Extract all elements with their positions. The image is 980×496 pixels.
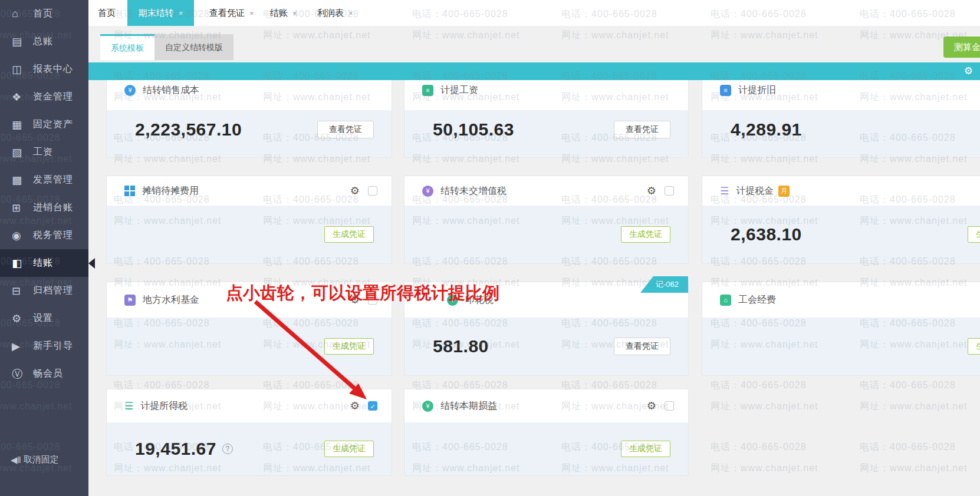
generate-voucher-button[interactable]: 生成凭证: [968, 338, 980, 355]
help-icon[interactable]: ?: [222, 444, 233, 454]
close-icon[interactable]: ×: [249, 9, 254, 18]
card-amount: 50,105.63: [433, 120, 514, 140]
building-icon: ▦: [12, 118, 27, 131]
sidebar-item-tax[interactable]: ◉税务管理: [0, 221, 88, 249]
tab-closing[interactable]: 结账×: [270, 0, 297, 26]
generate-voucher-button[interactable]: 生成凭证: [324, 226, 374, 243]
card-carry-forward-sales-cost: ¥结转销售成本 2,223,567.10查看凭证: [106, 70, 392, 158]
gear-icon[interactable]: ⚙: [350, 295, 360, 305]
income-tax-gear-icon[interactable]: ⚙: [350, 401, 360, 411]
sidebar-item-salary[interactable]: ▧工资: [0, 138, 88, 166]
settings-gear-icon[interactable]: ⚙: [964, 65, 973, 77]
close-icon[interactable]: ×: [348, 9, 353, 18]
checkbox-unchecked[interactable]: [665, 401, 674, 411]
depreciation-icon: ≡: [720, 85, 731, 96]
checkbox-unchecked[interactable]: [665, 186, 674, 196]
register-icon: ⊞: [12, 201, 27, 214]
card-union-fund: ⌂ 工会经费 生成凭证: [702, 282, 980, 376]
tab-home[interactable]: 首页: [98, 0, 116, 26]
subtab-custom-template[interactable]: 自定义结转模版: [154, 34, 234, 60]
member-icon: Ⓥ: [12, 367, 27, 381]
sidebar-item-label: 进销台账: [33, 201, 73, 214]
gear-icon[interactable]: ⚙: [350, 186, 360, 196]
sidebar-item-label: 畅会员: [33, 368, 63, 380]
sidebar-item-report-center[interactable]: ◫报表中心: [0, 55, 88, 83]
card-stamp-tax: 记-062 ¥ 印花税 581.80查看凭证: [404, 282, 689, 376]
moneybag-icon: ❖: [12, 91, 27, 104]
generate-voucher-button[interactable]: 生成凭证: [968, 226, 980, 243]
salary-icon: ▧: [12, 146, 27, 159]
sidebar-item-guide[interactable]: ▶新手引导: [0, 332, 88, 360]
voucher-number-ribbon[interactable]: 记-062: [640, 276, 688, 293]
card-title: 地方水利基金: [143, 294, 199, 306]
unpin-button[interactable]: ◀‖取消固定: [11, 454, 59, 465]
gear-icon[interactable]: ⚙: [647, 401, 656, 411]
checkbox-unchecked[interactable]: [368, 295, 377, 305]
view-voucher-button[interactable]: 查看凭证: [317, 121, 374, 138]
sidebar-item-label: 新手引导: [33, 340, 73, 352]
estimate-amount-button[interactable]: 测算金额: [943, 37, 980, 58]
sidebar-item-purchase-sales[interactable]: ⊞进销台账: [0, 194, 88, 221]
gear-icon[interactable]: ⚙: [647, 186, 656, 196]
tab-bar: 首页 期末结转× 查看凭证× 结账× 利润表×: [88, 0, 980, 26]
tab-period-end-carryover[interactable]: 期末结转×: [127, 0, 194, 26]
generate-voucher-button[interactable]: 生成凭证: [621, 226, 670, 243]
sidebar-item-label: 归档管理: [33, 285, 73, 297]
play-icon: ▶: [12, 340, 27, 353]
generate-voucher-button[interactable]: 生成凭证: [324, 441, 374, 457]
moneybag-icon: ¥: [422, 401, 433, 412]
active-item-arrow: [88, 258, 95, 269]
card-title: 摊销待摊费用: [142, 185, 199, 197]
card-title: 计提折旧: [738, 84, 776, 97]
card-title: 结转未交增值税: [440, 185, 507, 197]
close-icon[interactable]: ×: [179, 9, 183, 18]
card-amount: 2,223,567.10: [135, 120, 242, 140]
sidebar-item-home[interactable]: ⌂首页: [0, 0, 88, 28]
sidebar-item-fixed-assets[interactable]: ▦固定资产: [0, 111, 88, 138]
view-voucher-button[interactable]: 查看凭证: [614, 121, 670, 138]
tax-icon: ◉: [12, 229, 27, 242]
sidebar-item-archive[interactable]: ⊟归档管理: [0, 277, 88, 305]
card-accrue-tax: ☰ 计提税金 月 2,638.10生成凭证: [702, 176, 980, 264]
generate-voucher-button[interactable]: 生成凭证: [621, 441, 670, 457]
coins-icon: ☰: [124, 401, 133, 411]
close-icon[interactable]: ×: [292, 9, 297, 18]
card-accrue-salary: ≡计提工资 50,105.63查看凭证: [404, 70, 689, 158]
subtab-system-template[interactable]: 系统模板: [100, 34, 154, 60]
sidebar-item-invoice[interactable]: ▩发票管理: [0, 166, 88, 194]
salary-doc-icon: ≡: [422, 85, 433, 96]
card-title: 印花税: [465, 294, 494, 306]
checkbox-checked[interactable]: ✓: [368, 401, 377, 411]
card-accrue-income-tax: ☰ 计提所得税 ⚙✓ 19,451.67? 生成凭证: [106, 389, 392, 476]
tab-profit-statement[interactable]: 利润表×: [317, 0, 353, 26]
sidebar-item-settings[interactable]: ⚙设置: [0, 305, 88, 332]
sidebar-item-label: 工资: [33, 146, 53, 158]
monthly-badge: 月: [778, 186, 790, 197]
card-amount: 4,289.91: [731, 120, 802, 140]
card-title: 工会经费: [738, 294, 776, 306]
checkbox-unchecked[interactable]: [368, 186, 377, 196]
card-amount: 581.80: [433, 336, 489, 356]
closing-icon: ◧: [12, 257, 27, 270]
tab-label: 结账: [270, 8, 288, 18]
coins-icon: ☰: [720, 186, 729, 196]
generate-voucher-button[interactable]: 生成凭证: [324, 338, 374, 355]
sidebar-item-general-ledger[interactable]: ▤总账: [0, 28, 88, 55]
card-carry-forward-vat: ¥ 结转未交增值税 ⚙ 生成凭证: [404, 176, 689, 264]
sidebar-item-label: 资金管理: [33, 91, 73, 103]
home-icon: ⌂: [12, 8, 27, 20]
tab-label: 期末结转: [139, 8, 174, 18]
chart-icon: ◫: [12, 63, 27, 76]
sidebar-item-label: 设置: [33, 312, 53, 325]
sidebar-item-member[interactable]: Ⓥ畅会员: [0, 360, 88, 388]
flag-icon: ⚑: [124, 295, 136, 306]
card-title: 结转销售成本: [143, 84, 199, 97]
sidebar-item-label: 税务管理: [33, 229, 73, 242]
sidebar-item-closing[interactable]: ◧结账: [0, 249, 88, 277]
tab-view-voucher[interactable]: 查看凭证×: [209, 0, 254, 26]
moneybag-icon: ¥: [422, 186, 433, 197]
sidebar-item-funds[interactable]: ❖资金管理: [0, 83, 88, 111]
view-voucher-button[interactable]: 查看凭证: [614, 338, 670, 355]
ledger-icon: ▤: [12, 35, 27, 48]
invoice-icon: ▩: [12, 174, 27, 187]
